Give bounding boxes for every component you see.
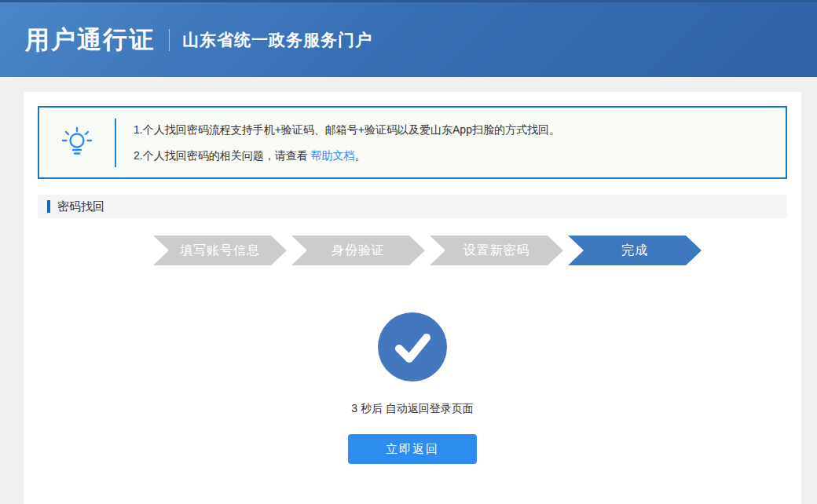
section-title: 密码找回 <box>57 199 104 214</box>
help-doc-link[interactable]: 帮助文档 <box>311 149 355 162</box>
notice-box: 1.个人找回密码流程支持手机+验证码、邮箱号+验证码以及爱山东App扫脸的方式找… <box>38 106 787 179</box>
notice-line-1: 1.个人找回密码流程支持手机+验证码、邮箱号+验证码以及爱山东App扫脸的方式找… <box>134 117 560 143</box>
portal-subtitle: 山东省统一政务服务门户 <box>182 29 372 51</box>
notice-line2-text: 2.个人找回密码的相关问题，请查看 <box>134 149 311 162</box>
section-header: 密码找回 <box>38 195 787 218</box>
notice-line2-suffix: 。 <box>355 149 366 162</box>
step-4-active: 完成 <box>568 236 702 265</box>
result-area: 3 秒后 自动返回登录页面 立即返回 <box>38 312 787 464</box>
notice-line-2: 2.个人找回密码的相关问题，请查看 帮助文档。 <box>134 143 560 169</box>
steps-bar: 填写账号信息身份验证设置新密码完成 <box>153 236 787 265</box>
main-panel: 1.个人找回密码流程支持手机+验证码、邮箱号+验证码以及爱山东App扫脸的方式找… <box>24 92 801 504</box>
auto-return-countdown: 3 秒后 自动返回登录页面 <box>38 402 787 416</box>
return-now-button[interactable]: 立即返回 <box>348 434 477 464</box>
step-3: 设置新密码 <box>430 236 563 265</box>
step-2: 身份验证 <box>291 236 425 265</box>
section-accent-bar <box>47 200 50 213</box>
lightbulb-icon <box>39 125 115 161</box>
app-title: 用户通行证 <box>25 24 155 57</box>
success-check-icon <box>378 312 447 382</box>
header: 用户通行证 山东省统一政务服务门户 <box>0 0 817 77</box>
step-1: 填写账号信息 <box>153 236 287 265</box>
header-divider <box>169 29 170 51</box>
notice-text: 1.个人找回密码流程支持手机+验证码、邮箱号+验证码以及爱山东App扫脸的方式找… <box>116 117 560 169</box>
